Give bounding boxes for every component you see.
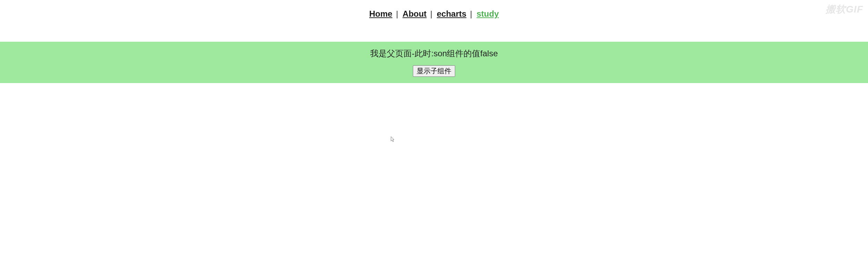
nav-bar: Home | About | echarts | study: [0, 0, 868, 28]
nav-link-about[interactable]: About: [402, 9, 426, 18]
nav-separator: |: [396, 9, 400, 18]
show-child-button[interactable]: 显示子组件: [413, 65, 455, 77]
nav-link-home[interactable]: Home: [369, 9, 392, 18]
nav-separator: |: [470, 9, 475, 18]
nav-separator: |: [430, 9, 435, 18]
parent-panel: 我是父页面-此时:son组件的值false 显示子组件: [0, 42, 868, 83]
nav-link-study[interactable]: study: [477, 9, 499, 18]
nav-link-echarts[interactable]: echarts: [437, 9, 466, 18]
panel-status-text: 我是父页面-此时:son组件的值false: [0, 48, 868, 59]
